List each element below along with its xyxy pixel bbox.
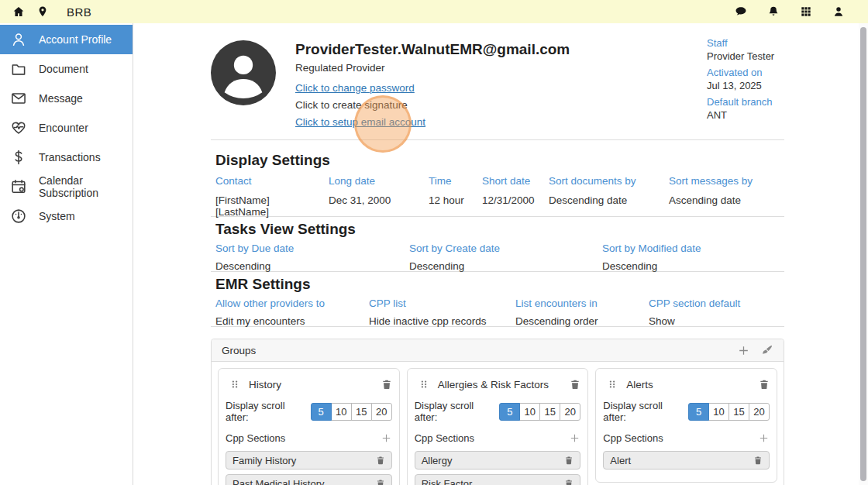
scroll-after-option-20[interactable]: 20 <box>371 403 392 421</box>
drag-handle-icon[interactable] <box>419 379 429 390</box>
display-settings-title: Display Settings <box>215 152 780 169</box>
add-cpp-section-icon[interactable] <box>758 432 770 444</box>
messages-icon[interactable] <box>735 5 747 18</box>
scroll-after-option-5[interactable]: 5 <box>688 403 709 421</box>
scroll-after-option-5[interactable]: 5 <box>311 403 332 421</box>
trash-icon[interactable] <box>564 478 574 485</box>
trash-icon[interactable] <box>564 455 574 466</box>
sidebar-item-label: Transactions <box>39 151 101 163</box>
emr-settings-title: EMR Settings <box>215 276 780 293</box>
cpp-section-label: Family History <box>232 455 296 466</box>
scroll-after-option-10[interactable]: 10 <box>708 403 729 421</box>
sidebar-item-message[interactable]: Message <box>0 84 133 113</box>
trash-icon[interactable] <box>376 455 385 466</box>
setting-field: Time12 hour <box>429 175 482 218</box>
scroll-after-label: Display scroll after: <box>415 400 496 423</box>
cpp-section-item: Alert <box>603 451 770 470</box>
meta-value: ANT <box>707 109 784 121</box>
cpp-section-item: Past Medical History <box>226 474 392 485</box>
setting-field: Sort by Create dateDescending <box>409 242 602 272</box>
field-value: Edit my encounters <box>215 315 363 327</box>
sidebar-item-label: Encounter <box>39 122 88 134</box>
scroll-after-option-15[interactable]: 15 <box>728 403 749 421</box>
groups-title: Groups <box>222 345 256 356</box>
cpp-section-item: Family History <box>226 451 392 470</box>
groups-panel-header: Groups <box>212 339 784 362</box>
brush-icon[interactable] <box>760 344 773 357</box>
envelope-icon <box>10 90 27 107</box>
setting-field: CPP section defaultShow <box>649 298 746 327</box>
scrollbar-thumb[interactable] <box>860 27 866 481</box>
scroll-after-label: Display scroll after: <box>226 400 307 423</box>
field-label: Long date <box>329 175 422 187</box>
sidebar-item-label: Document <box>39 63 88 75</box>
avatar <box>211 40 276 105</box>
home-icon[interactable] <box>12 5 25 18</box>
field-value: Dec 31, 2000 <box>329 194 422 206</box>
scroll-after-option-15[interactable]: 15 <box>539 403 560 421</box>
trash-icon[interactable] <box>759 378 770 390</box>
scroll-after-option-10[interactable]: 10 <box>519 403 540 421</box>
create-signature-link[interactable]: Click to create signature <box>295 99 408 111</box>
add-cpp-section-icon[interactable] <box>381 432 392 444</box>
field-label: CPP section default <box>649 298 740 309</box>
notifications-bell-icon[interactable] <box>767 5 780 18</box>
tasks-settings-title: Tasks View Settings <box>215 221 780 238</box>
sidebar-item-system[interactable]: System <box>0 201 133 231</box>
scroll-after-option-5[interactable]: 5 <box>499 403 520 421</box>
topbar: BRB <box>0 0 868 23</box>
scrollbar-track[interactable] <box>859 23 868 485</box>
trash-icon[interactable] <box>376 478 385 485</box>
field-value: Descending <box>602 260 701 272</box>
field-label: Sort by Modified date <box>602 242 701 254</box>
scroll-after-label: Display scroll after: <box>603 400 684 423</box>
meta-label: Activated on <box>707 67 784 78</box>
field-label: Sort documents by <box>549 175 663 187</box>
drag-handle-icon[interactable] <box>608 379 617 390</box>
add-group-icon[interactable] <box>737 344 750 357</box>
field-value: Descending <box>215 260 403 272</box>
trash-icon[interactable] <box>381 378 392 390</box>
scroll-after-segmented-control: 5101520 <box>311 403 392 421</box>
drag-handle-icon[interactable] <box>230 379 239 390</box>
field-label: CPP list <box>369 298 509 309</box>
scroll-after-option-15[interactable]: 15 <box>351 403 372 421</box>
sidebar-item-calendar-subscription[interactable]: Calendar Subscription <box>0 172 133 201</box>
cpp-section-item: Allergy <box>415 451 581 470</box>
group-card-title: History <box>249 379 281 390</box>
cpp-section-label: Past Medical History <box>232 478 324 485</box>
cpp-section-label: Alert <box>610 455 631 466</box>
sidebar-item-account-profile[interactable]: Account Profile <box>0 25 133 54</box>
field-value: Descending <box>409 260 596 272</box>
meta-value: Jul 13, 2025 <box>707 80 784 91</box>
group-card-alerts: AlertsDisplay scroll after:5101520Cpp Se… <box>595 368 777 483</box>
sidebar-item-encounter[interactable]: Encounter <box>0 113 133 143</box>
sidebar-item-label: Message <box>39 92 83 105</box>
group-card-allergies-risk-factors: Allergies & Risk FactorsDisplay scroll a… <box>407 368 589 485</box>
trash-icon[interactable] <box>753 455 763 466</box>
apps-grid-icon[interactable] <box>800 5 812 18</box>
profile-meta: StaffProvider TesterActivated onJul 13, … <box>707 37 784 139</box>
field-value: Hide inactive cpp records <box>369 315 509 327</box>
scroll-after-option-20[interactable]: 20 <box>749 403 770 421</box>
add-cpp-section-icon[interactable] <box>569 432 580 444</box>
sidebar-item-document[interactable]: Document <box>0 54 133 84</box>
user-account-icon[interactable] <box>832 5 845 18</box>
field-value: 12 hour <box>429 194 476 206</box>
field-value: Ascending date <box>669 194 753 206</box>
trash-icon[interactable] <box>570 378 580 390</box>
setup-email-link[interactable]: Click to setup email account <box>295 116 425 128</box>
scroll-after-option-10[interactable]: 10 <box>331 403 352 421</box>
cpp-section-label: Allergy <box>422 455 453 466</box>
cpp-section-item: Risk Factor <box>415 474 581 485</box>
field-label: Time <box>429 175 476 187</box>
change-password-link[interactable]: Click to change password <box>295 82 415 94</box>
location-pin-icon[interactable] <box>36 5 49 18</box>
scroll-after-option-20[interactable]: 20 <box>560 403 580 421</box>
field-value: Descending date <box>549 194 663 206</box>
topbar-right <box>735 5 856 18</box>
profile-email: ProviderTester.WalnutEMR@gmail.com <box>295 41 707 58</box>
display-settings-fields: Contact[FirstName] [LastName]Long dateDe… <box>215 175 780 218</box>
tasks-settings-section: Tasks View Settings Sort by Due dateDesc… <box>211 217 784 272</box>
sidebar-item-transactions[interactable]: Transactions <box>0 143 133 172</box>
